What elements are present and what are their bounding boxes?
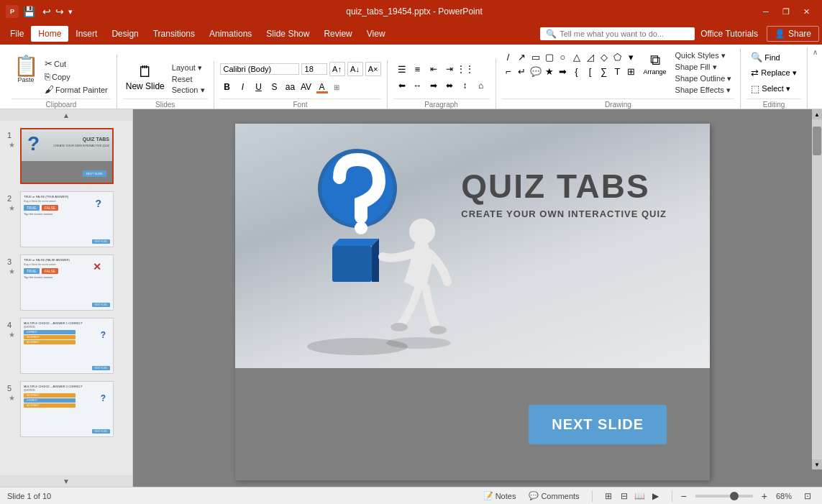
- brace-tool[interactable]: {: [570, 65, 583, 78]
- bullets-button[interactable]: ☰: [395, 62, 409, 76]
- smartart-button[interactable]: ⌂: [474, 78, 488, 93]
- menu-file[interactable]: File: [3, 26, 31, 42]
- zoom-minus[interactable]: −: [681, 490, 687, 502]
- font-size-box[interactable]: 18: [301, 63, 327, 75]
- slideshow-button[interactable]: ▶: [649, 489, 663, 503]
- diamond-tool[interactable]: ◇: [598, 50, 611, 63]
- line-spacing-button[interactable]: ↕: [458, 78, 472, 93]
- slide-thumb-4[interactable]: 4 ★ MULTIPLE CHOICE – ANSWER 1 CORRECT Q…: [6, 316, 127, 375]
- help-search-box[interactable]: 🔍: [540, 27, 695, 40]
- line-tool[interactable]: /: [502, 50, 515, 63]
- rect-tool[interactable]: ▭: [529, 50, 542, 63]
- undo-icon[interactable]: ↩: [42, 6, 51, 17]
- menu-transitions[interactable]: Transitions: [146, 26, 202, 42]
- char-spacing-button[interactable]: AV: [299, 80, 314, 94]
- quick-styles-button[interactable]: Quick Styles ▾: [672, 50, 735, 61]
- zoom-slider[interactable]: [695, 495, 753, 498]
- minimize-button[interactable]: ─: [756, 1, 776, 22]
- notes-button[interactable]: 📝 Notes: [480, 490, 520, 501]
- star-tool[interactable]: ★: [543, 65, 556, 78]
- bracket-tool[interactable]: [: [584, 65, 597, 78]
- shape-fill-button[interactable]: Shape Fill ▾: [672, 62, 735, 73]
- menu-animations[interactable]: Animations: [202, 26, 259, 42]
- layout-button[interactable]: Layout ▾: [169, 63, 208, 73]
- office-tutorials-link[interactable]: Office Tutorials: [700, 29, 758, 39]
- block-arrow-tool[interactable]: ➡: [557, 65, 570, 78]
- cut-button[interactable]: ✂Cut: [42, 58, 111, 70]
- italic-button[interactable]: I: [236, 80, 250, 94]
- increase-font-button[interactable]: A↑: [329, 62, 345, 76]
- redo-icon[interactable]: ↪: [55, 6, 64, 17]
- bent-arrow-tool[interactable]: ↵: [516, 65, 529, 78]
- font-color-button[interactable]: A: [315, 80, 329, 94]
- menu-home[interactable]: Home: [31, 26, 68, 42]
- align-right-button[interactable]: ➡: [426, 78, 441, 93]
- menu-insert[interactable]: Insert: [68, 26, 104, 42]
- justify-button[interactable]: ⬌: [442, 78, 457, 93]
- clear-formatting-button[interactable]: A×: [365, 62, 381, 76]
- underline-button[interactable]: U: [252, 80, 266, 94]
- ribbon-collapse-button[interactable]: ∧: [808, 45, 822, 59]
- replace-button[interactable]: ⇄ Replace ▾: [746, 66, 800, 80]
- menu-design[interactable]: Design: [104, 26, 145, 42]
- zoom-plus[interactable]: +: [762, 490, 767, 502]
- zoom-thumb[interactable]: [730, 492, 739, 500]
- slide-sorter-button[interactable]: ⊟: [617, 489, 631, 503]
- callout-tool[interactable]: 💬: [529, 65, 542, 78]
- find-button[interactable]: 🔍 Find: [746, 50, 800, 64]
- menu-slideshow[interactable]: Slide Show: [259, 26, 316, 42]
- increase-indent-button[interactable]: ⇥: [442, 62, 457, 76]
- connector-tool[interactable]: ⌐: [502, 65, 515, 78]
- normal-view-button[interactable]: ⊞: [601, 489, 616, 503]
- fit-window-button[interactable]: ⊡: [800, 489, 815, 503]
- bold-button[interactable]: B: [220, 80, 234, 94]
- strikethrough-button[interactable]: S: [268, 80, 282, 94]
- align-center-button[interactable]: ↔: [411, 78, 425, 93]
- slide-thumb-5[interactable]: 5 ★ MULTIPLE CHOICE – ANSWER 2 CORRECT Q…: [6, 380, 127, 439]
- save-icon[interactable]: 💾: [23, 6, 35, 17]
- section-button[interactable]: Section ▾: [169, 85, 208, 96]
- align-left-button[interactable]: ⬅: [395, 78, 409, 93]
- columns-button[interactable]: ⋮⋮: [458, 62, 472, 76]
- rounded-rect-tool[interactable]: ▢: [543, 50, 556, 63]
- reset-button[interactable]: Reset: [169, 74, 208, 84]
- slide-thumb-3[interactable]: 3 ★ TRUE or FALSE (FALSE ANSWER) Drag or…: [6, 253, 127, 312]
- triangle-tool[interactable]: △: [570, 50, 583, 63]
- shapes-expand[interactable]: ⊞: [625, 65, 638, 78]
- scroll-down-btn[interactable]: ▼: [812, 459, 822, 469]
- equation-tool[interactable]: ∑: [598, 65, 611, 78]
- menu-review[interactable]: Review: [316, 26, 359, 42]
- format-painter-button[interactable]: 🖌Format Painter: [42, 83, 111, 96]
- slide-thumb-2[interactable]: 2 ★ TRUE or FALSE (TRUE ANSWER) Drag or …: [6, 190, 127, 249]
- pentagon-tool[interactable]: ⬠: [611, 50, 624, 63]
- reading-view-button[interactable]: 📖: [633, 489, 647, 503]
- decrease-indent-button[interactable]: ⇤: [426, 62, 441, 76]
- right-triangle-tool[interactable]: ◿: [584, 50, 597, 63]
- share-button[interactable]: 👤 Share: [767, 26, 819, 42]
- help-search-input[interactable]: [560, 29, 689, 38]
- decrease-font-button[interactable]: A↓: [347, 62, 363, 76]
- textbox-tool[interactable]: T: [611, 65, 624, 78]
- copy-button[interactable]: ⎘Copy: [42, 70, 111, 83]
- slide-thumb-1[interactable]: 1 ★ ? QUIZ TABS CREATE YOUR OWN INTERACT…: [6, 127, 127, 185]
- scroll-up-btn[interactable]: ▲: [812, 109, 822, 119]
- shape-effects-button[interactable]: Shape Effects ▾: [672, 85, 735, 96]
- scroll-thumb[interactable]: [813, 127, 821, 155]
- close-button[interactable]: ✕: [796, 1, 816, 22]
- numbered-list-button[interactable]: ≡: [411, 62, 425, 76]
- canvas-scrollbar[interactable]: ▲ ▼: [812, 109, 822, 469]
- arrow-tool[interactable]: ↗: [516, 50, 529, 63]
- shape-outline-button[interactable]: Shape Outline ▾: [672, 73, 735, 84]
- new-slide-button[interactable]: 🗒 New Slide: [123, 61, 168, 93]
- smallcaps-button[interactable]: aa: [283, 80, 298, 94]
- arrange-button[interactable]: ⧉ Arrange: [641, 50, 670, 77]
- restore-button[interactable]: ❐: [776, 1, 796, 22]
- ellipse-tool[interactable]: ○: [557, 50, 570, 63]
- font-name-box[interactable]: Calibri (Body): [220, 63, 299, 75]
- scroll-up-arrow[interactable]: ▲: [0, 109, 132, 121]
- more-shapes-btn[interactable]: ▾: [625, 50, 638, 63]
- comments-button[interactable]: 💬 Comments: [525, 490, 583, 501]
- menu-view[interactable]: View: [360, 26, 393, 42]
- scroll-down-arrow[interactable]: ▼: [0, 475, 132, 487]
- paste-button[interactable]: 📋 Paste: [12, 55, 40, 86]
